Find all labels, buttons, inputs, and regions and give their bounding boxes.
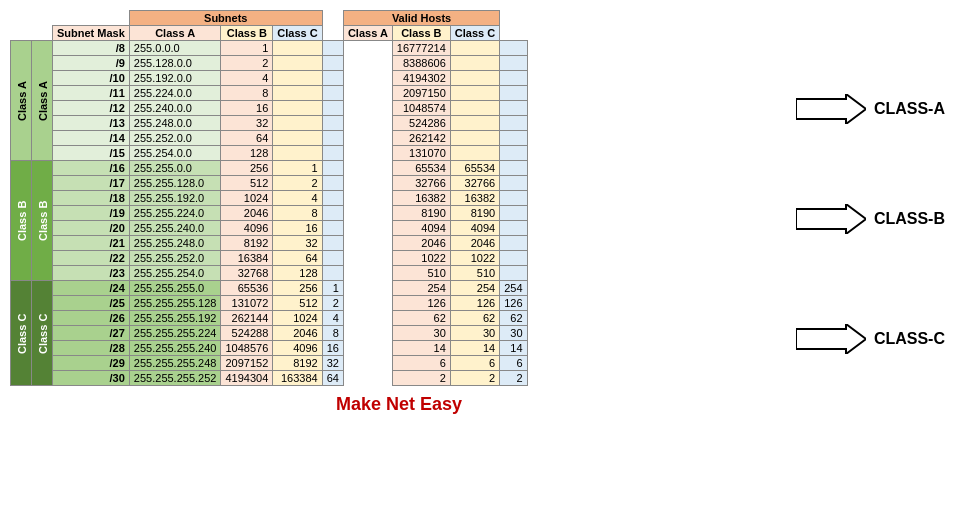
- arrow-row: CLASS-B: [796, 204, 945, 234]
- table-cell: 32766: [392, 176, 450, 191]
- table-cell: 255.255.255.240: [129, 341, 221, 356]
- table-cell: 16384: [221, 251, 273, 266]
- table-cell: 1048576: [221, 341, 273, 356]
- table-cell: [343, 356, 392, 371]
- table-cell: [500, 266, 527, 281]
- table-cell: 255.255.255.0: [129, 281, 221, 296]
- table-cell: /28: [53, 341, 130, 356]
- table-cell: [273, 146, 322, 161]
- table-cell: 510: [450, 266, 499, 281]
- table-cell: [343, 161, 392, 176]
- table-cell: 255.255.255.224: [129, 326, 221, 341]
- table-row: /15255.254.0.0128131070: [11, 146, 528, 161]
- table-cell: 64: [322, 371, 343, 386]
- table-row: /17255.255.128.051223276632766: [11, 176, 528, 191]
- table-cell: [343, 146, 392, 161]
- table-cell: 65536: [221, 281, 273, 296]
- table-cell: 32: [322, 356, 343, 371]
- table-cell: /17: [53, 176, 130, 191]
- class-outer-label: Class A: [11, 41, 32, 161]
- table-row: /26255.255.255.19226214410244626262: [11, 311, 528, 326]
- subnets-header: Subnets: [129, 11, 322, 26]
- footer-text: Make Net Easy: [10, 394, 788, 415]
- class-inner-label: Class B: [32, 161, 53, 281]
- table-row: /25255.255.255.1281310725122126126126: [11, 296, 528, 311]
- table-cell: 255.255.248.0: [129, 236, 221, 251]
- table-row: Class CClass C/24255.255.255.06553625612…: [11, 281, 528, 296]
- table-cell: 30: [392, 326, 450, 341]
- table-row: /28255.255.255.2401048576409616141414: [11, 341, 528, 356]
- table-cell: [343, 251, 392, 266]
- table-cell: 524288: [221, 326, 273, 341]
- table-cell: [500, 131, 527, 146]
- table-cell: 1024: [221, 191, 273, 206]
- table-cell: [322, 221, 343, 236]
- table-cell: 8192: [273, 356, 322, 371]
- table-cell: 16: [221, 101, 273, 116]
- table-row: /29255.255.255.2482097152819232666: [11, 356, 528, 371]
- table-row: /13255.248.0.032524286: [11, 116, 528, 131]
- table-cell: [450, 131, 499, 146]
- table-cell: 65534: [450, 161, 499, 176]
- table-cell: [343, 71, 392, 86]
- table-cell: 255.224.0.0: [129, 86, 221, 101]
- table-cell: [322, 251, 343, 266]
- class-a-sub-header: Class A: [129, 26, 221, 41]
- table-row: /22255.255.252.0163846410221022: [11, 251, 528, 266]
- table-cell: [500, 71, 527, 86]
- table-cell: 8190: [392, 206, 450, 221]
- table-row: /23255.255.254.032768128510510: [11, 266, 528, 281]
- table-cell: 1022: [450, 251, 499, 266]
- table-cell: [322, 86, 343, 101]
- table-cell: 65534: [392, 161, 450, 176]
- table-row: /19255.255.224.02046881908190: [11, 206, 528, 221]
- table-cell: [273, 71, 322, 86]
- table-cell: 255.255.255.128: [129, 296, 221, 311]
- table-cell: [450, 71, 499, 86]
- table-cell: [500, 101, 527, 116]
- valid-hosts-header: Valid Hosts: [343, 11, 499, 26]
- table-cell: 4: [221, 71, 273, 86]
- table-cell: [343, 296, 392, 311]
- table-cell: /13: [53, 116, 130, 131]
- table-cell: 255.255.254.0: [129, 266, 221, 281]
- table-cell: 255.192.0.0: [129, 71, 221, 86]
- class-outer-label: Class C: [11, 281, 32, 386]
- table-cell: [322, 266, 343, 281]
- table-cell: [343, 176, 392, 191]
- table-cell: 126: [450, 296, 499, 311]
- table-cell: 126: [392, 296, 450, 311]
- svg-marker-0: [796, 94, 866, 124]
- subnet-mask-header: Subnet Mask: [53, 26, 130, 41]
- table-row: /14255.252.0.064262142: [11, 131, 528, 146]
- table-cell: 2046: [273, 326, 322, 341]
- table-cell: 2097150: [392, 86, 450, 101]
- table-cell: [322, 56, 343, 71]
- table-cell: 254: [500, 281, 527, 296]
- table-cell: 2: [273, 176, 322, 191]
- table-cell: 1048574: [392, 101, 450, 116]
- table-cell: [450, 56, 499, 71]
- table-cell: 8190: [450, 206, 499, 221]
- table-cell: 4094: [392, 221, 450, 236]
- table-cell: /15: [53, 146, 130, 161]
- table-cell: [500, 206, 527, 221]
- table-cell: 256: [273, 281, 322, 296]
- table-cell: [500, 236, 527, 251]
- table-cell: 126: [500, 296, 527, 311]
- table-cell: [322, 206, 343, 221]
- table-cell: 4194304: [221, 371, 273, 386]
- table-cell: 128: [221, 146, 273, 161]
- table-cell: 8192: [221, 236, 273, 251]
- table-row: /9255.128.0.028388606: [11, 56, 528, 71]
- table-row: /12255.240.0.0161048574: [11, 101, 528, 116]
- class-b-sub-header: Class B: [221, 26, 273, 41]
- table-cell: [500, 41, 527, 56]
- table-cell: [343, 326, 392, 341]
- table-cell: 255.255.255.252: [129, 371, 221, 386]
- table-cell: /23: [53, 266, 130, 281]
- table-cell: [322, 71, 343, 86]
- table-cell: [273, 116, 322, 131]
- table-row: /18255.255.192.0102441638216382: [11, 191, 528, 206]
- table-cell: 255.255.0.0: [129, 161, 221, 176]
